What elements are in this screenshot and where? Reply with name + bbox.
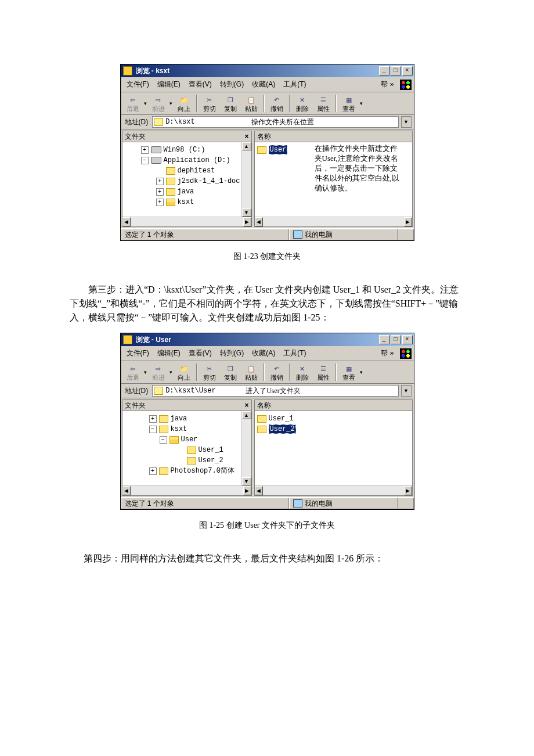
tree-node-j2sdk[interactable]: +j2sdk-1_4_1-doc	[124, 176, 251, 186]
folder-tree[interactable]: +Win98 (C:) −Application (D:) dephitest …	[122, 142, 251, 210]
forward-button[interactable]: ⇨前进	[149, 93, 168, 113]
properties-button[interactable]: ☰属性	[313, 93, 333, 113]
back-arrow-icon: ⇦	[128, 364, 138, 373]
minimize-button[interactable]: _	[379, 335, 389, 344]
up-button[interactable]: 📁向上	[174, 362, 194, 382]
delete-button[interactable]: ✕删除	[293, 362, 312, 382]
tree-node-java[interactable]: +java	[124, 186, 251, 197]
copy-button[interactable]: ❐复制	[221, 362, 240, 382]
tree-node-dephitest[interactable]: dephitest	[124, 165, 251, 176]
scroll-left-icon[interactable]: ◀	[122, 486, 131, 495]
views-button[interactable]: ▦查看	[339, 93, 359, 113]
file-list[interactable]: User_1 User_2	[255, 411, 412, 485]
forward-button[interactable]: ⇨前进	[149, 362, 168, 382]
address-input[interactable]: D:\ksxt 操作文件夹所在位置	[152, 116, 398, 128]
titlebar[interactable]: 浏览 - ksxt _ □ ×	[121, 64, 414, 77]
forward-dropdown-icon[interactable]: ▾	[169, 100, 173, 106]
list-item[interactable]: User_1	[257, 413, 410, 424]
tree-vertical-scrollbar[interactable]: ▲ ▼	[241, 142, 251, 217]
undo-icon: ↶	[272, 95, 282, 105]
column-header-name[interactable]: 名称	[255, 400, 412, 411]
app-icon	[123, 66, 132, 75]
folder-tree[interactable]: +java −ksxt −User User_1 User_2 +Photosh…	[122, 411, 251, 478]
back-button[interactable]: ⇦后退	[123, 362, 143, 382]
properties-button[interactable]: ☰属性	[313, 362, 333, 382]
menu-view[interactable]: 查看(V)	[185, 78, 215, 91]
menu-tools[interactable]: 工具(T)	[280, 347, 309, 359]
tree-node-ksxt[interactable]: −ksxt	[124, 424, 251, 434]
address-dropdown-button[interactable]: ▼	[401, 116, 412, 128]
tree-node-d-drive[interactable]: −Application (D:)	[124, 155, 251, 165]
forward-dropdown-icon[interactable]: ▾	[169, 369, 173, 375]
tree-node-user[interactable]: −User	[124, 434, 251, 445]
list-item[interactable]: User_2	[257, 424, 410, 434]
scroll-up-icon[interactable]: ▲	[242, 411, 251, 419]
close-button[interactable]: ×	[402, 66, 413, 75]
up-button[interactable]: 📁向上	[174, 93, 194, 113]
scroll-right-icon[interactable]: ▶	[404, 486, 412, 495]
file-name-selected[interactable]: User_2	[269, 424, 296, 434]
address-dropdown-button[interactable]: ▼	[401, 385, 412, 397]
maximize-button[interactable]: □	[391, 66, 401, 75]
tree-node-user-2[interactable]: User_2	[124, 455, 251, 466]
scroll-down-icon[interactable]: ▼	[242, 477, 251, 485]
menu-favorites[interactable]: 收藏(A)	[248, 347, 279, 359]
file-list[interactable]: User 在操作文件夹中新建文件夹User,注意给文件夹改名后，一定要点击一下除…	[255, 142, 412, 217]
scroll-left-icon[interactable]: ◀	[255, 486, 263, 495]
menu-edit[interactable]: 编辑(E)	[154, 78, 184, 91]
scroll-left-icon[interactable]: ◀	[255, 217, 263, 226]
views-button[interactable]: ▦查看	[339, 362, 359, 382]
scroll-right-icon[interactable]: ▶	[243, 217, 251, 226]
menu-favorites[interactable]: 收藏(A)	[248, 78, 279, 91]
scroll-left-icon[interactable]: ◀	[122, 217, 131, 226]
tree-node-photoshop[interactable]: +Photoshop7.0简体	[124, 466, 251, 476]
tree-node-c-drive[interactable]: +Win98 (C:)	[124, 145, 251, 155]
file-name-editing[interactable]: User	[269, 145, 288, 154]
tree-vertical-scrollbar[interactable]: ▲ ▼	[241, 411, 251, 485]
scroll-up-icon[interactable]: ▲	[242, 142, 251, 150]
address-input[interactable]: D:\ksxt\User 进入了User文件夹	[152, 385, 398, 397]
resize-grip[interactable]	[398, 229, 414, 240]
menu-go[interactable]: 转到(G)	[217, 78, 247, 91]
scroll-right-icon[interactable]: ▶	[243, 486, 251, 495]
tree-horizontal-scrollbar[interactable]: ◀ ▶	[122, 485, 251, 495]
menu-tools[interactable]: 工具(T)	[280, 78, 309, 91]
close-button[interactable]: ×	[402, 335, 413, 344]
tree-horizontal-scrollbar[interactable]: ◀ ▶	[122, 217, 251, 226]
views-dropdown-icon[interactable]: ▾	[360, 369, 363, 375]
cut-button[interactable]: ✂剪切	[200, 93, 219, 113]
menu-file[interactable]: 文件(F)	[123, 347, 153, 359]
menu-view[interactable]: 查看(V)	[185, 347, 215, 359]
titlebar[interactable]: 浏览 - User _ □ ×	[121, 333, 414, 346]
scroll-down-icon[interactable]: ▼	[242, 208, 251, 217]
folders-pane-close-button[interactable]: ×	[244, 132, 248, 141]
folders-pane-close-button[interactable]: ×	[244, 401, 248, 409]
tree-node-java[interactable]: +java	[124, 413, 251, 424]
menu-help[interactable]: 帮 »	[378, 347, 396, 359]
tree-node-user-1[interactable]: User_1	[124, 445, 251, 455]
back-dropdown-icon[interactable]: ▾	[144, 369, 147, 375]
paste-button[interactable]: 📋粘贴	[241, 93, 261, 113]
tree-node-ksxt[interactable]: +ksxt	[124, 197, 251, 207]
menu-help[interactable]: 帮 »	[378, 78, 396, 91]
cut-button[interactable]: ✂剪切	[200, 362, 219, 382]
views-dropdown-icon[interactable]: ▾	[360, 100, 363, 106]
resize-grip[interactable]	[398, 498, 414, 509]
menu-go[interactable]: 转到(G)	[217, 347, 247, 359]
back-button[interactable]: ⇦后退	[123, 93, 143, 113]
copy-icon: ❐	[225, 95, 236, 105]
minimize-button[interactable]: _	[379, 66, 389, 75]
scroll-right-icon[interactable]: ▶	[404, 217, 412, 226]
maximize-button[interactable]: □	[391, 335, 401, 344]
menu-edit[interactable]: 编辑(E)	[154, 347, 184, 359]
back-dropdown-icon[interactable]: ▾	[144, 100, 147, 106]
copy-button[interactable]: ❐复制	[221, 93, 240, 113]
undo-button[interactable]: ↶撤销	[267, 362, 287, 382]
paste-button[interactable]: 📋粘贴	[241, 362, 261, 382]
delete-button[interactable]: ✕删除	[293, 93, 312, 113]
list-horizontal-scrollbar[interactable]: ◀ ▶	[255, 217, 412, 226]
undo-button[interactable]: ↶撤销	[267, 93, 287, 113]
list-horizontal-scrollbar[interactable]: ◀ ▶	[255, 485, 412, 495]
column-header-name[interactable]: 名称	[255, 131, 412, 142]
menu-file[interactable]: 文件(F)	[123, 78, 153, 91]
